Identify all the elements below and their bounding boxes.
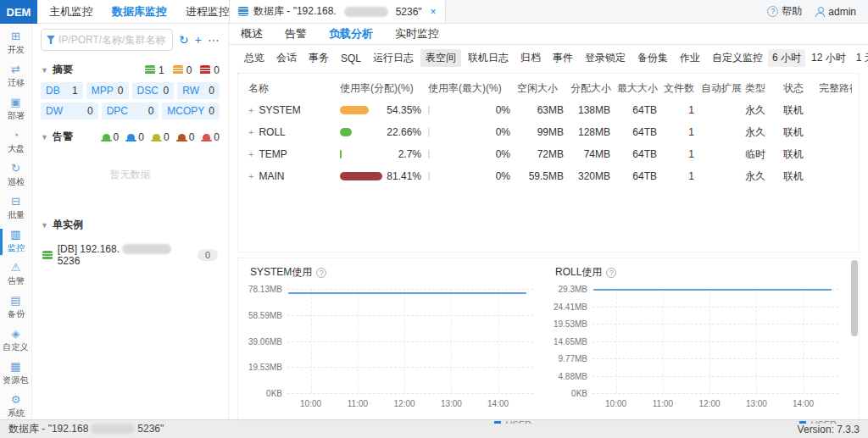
subtab-会话[interactable]: 会话 (271, 49, 302, 67)
add-icon[interactable]: + (195, 34, 202, 46)
top-right-actions: ? 帮助 admin (767, 4, 868, 19)
table-header-row: 名称使用率(分配)(%)使用率(最大)(%)空闲大小分配大小最大大小文件数自动扩… (245, 77, 852, 99)
table-row[interactable]: +MAIN81.41%0%59.5MB320MB64TB1永久联机 (245, 165, 852, 187)
subtab-备份集[interactable]: 备份集 (632, 49, 673, 67)
sidebar-item-dev[interactable]: ⊞开发 (0, 27, 31, 60)
time-range-6 小时[interactable]: 6 小时 (768, 49, 805, 67)
y-axis-tick-label: 39.06MB (248, 336, 282, 346)
subtab-作业[interactable]: 作业 (675, 49, 705, 67)
sidebar-item-system[interactable]: ⚙系统 (0, 391, 31, 424)
database-tab[interactable]: 数据库 - "192.168.5236" × (229, 0, 446, 23)
tab-概述[interactable]: 概述 (241, 26, 263, 42)
alert-section-header[interactable]: ▼ 告警 00000 (41, 130, 220, 144)
database-stack-icon (145, 65, 155, 75)
subtab-归档[interactable]: 归档 (515, 49, 546, 67)
cell-path (815, 121, 852, 143)
instance-alert-badge: 0 (198, 249, 218, 261)
subtab-总览[interactable]: 总览 (239, 49, 270, 67)
alert-level-count: 0 (189, 131, 195, 143)
sidebar-item-label: 大盘 (7, 143, 24, 155)
sidebar-item-label: 批量 (7, 209, 24, 221)
help-link[interactable]: ? 帮助 (767, 4, 802, 19)
time-range-selector: 6 小时12 小时1 天3 天1 周1 月1 年自定义⋯ (768, 49, 868, 67)
sidebar-item-monitor[interactable]: ▥监控 (0, 225, 31, 258)
expand-icon[interactable]: + (248, 171, 253, 181)
subtab-事务[interactable]: 事务 (303, 49, 334, 67)
expand-icon[interactable]: + (248, 149, 253, 159)
time-range-1 天[interactable]: 1 天 (852, 49, 868, 67)
type-pill-rw[interactable]: RW0 (177, 82, 220, 99)
tab-告警[interactable]: 告警 (285, 26, 307, 42)
info-icon[interactable]: ? (316, 268, 326, 278)
alert-level-counts: 00000 (103, 131, 220, 143)
instance-list-item[interactable]: [DB] 192.168.52360 (41, 237, 220, 273)
x-axis-tick-label: 13:00 (746, 399, 767, 408)
cell-file-count: 1 (660, 165, 698, 187)
subtab-事件[interactable]: 事件 (548, 49, 578, 67)
top-nav-tab-进程监控[interactable]: 进程监控 (186, 4, 230, 19)
sidebar-item-label: 自定义 (3, 341, 28, 353)
y-axis-tick-label: 58.59MB (248, 310, 282, 319)
subtab-登录锁定[interactable]: 登录锁定 (580, 49, 631, 67)
instance-section-header[interactable]: ▼ 单实例 (41, 218, 220, 232)
chart-plot-area: 78.13MB58.59MB39.06MB19.53MB0KB10:0011:0… (287, 289, 533, 393)
gridline-v (804, 289, 804, 393)
subtab-自定义监控[interactable]: 自定义监控 (707, 49, 768, 67)
usage-max-bar (428, 128, 430, 136)
gridline-h (593, 393, 838, 394)
top-nav-tab-主机监控[interactable]: 主机监控 (49, 4, 93, 19)
subtab-联机日志[interactable]: 联机日志 (463, 49, 514, 67)
type-pill-dsc[interactable]: DSC0 (132, 82, 175, 99)
table-row[interactable]: +ROLL22.66%0%99MB128MB64TB1永久联机 (245, 121, 852, 143)
y-axis-tick-label: 9.77MB (559, 354, 587, 363)
expand-icon[interactable]: + (248, 127, 253, 137)
chart-title-text: SYSTEM使用 (250, 265, 312, 280)
type-pill-dw[interactable]: DW0 (41, 103, 98, 119)
expand-icon[interactable]: + (248, 105, 253, 115)
summary-section-header[interactable]: ▼ 摘要 100 (41, 63, 220, 77)
sidebar-item-migrate[interactable]: ⇄迁移 (0, 60, 31, 93)
version-label: Version: 7.3.3 (798, 424, 860, 435)
cell-free-size: 59.5MB (514, 165, 567, 187)
user-menu[interactable]: admin (815, 6, 856, 18)
subtab-运行日志[interactable]: 运行日志 (368, 49, 419, 67)
main-content: 概述告警负载分析实时监控 总览会话事务SQL运行日志表空间联机日志归档事件登录锁… (229, 24, 868, 419)
tablespace-table-panel: 名称使用率(分配)(%)使用率(最大)(%)空闲大小分配大小最大大小文件数自动扩… (237, 73, 860, 252)
scrollbar[interactable] (851, 260, 858, 422)
sidebar-item-resource[interactable]: ▦资源包 (0, 358, 31, 391)
sidebar-item-backup[interactable]: ▤备份 (0, 291, 31, 324)
type-pill-mpp[interactable]: MPP0 (86, 82, 129, 99)
x-axis-tick-label: 13:00 (441, 399, 462, 408)
app-window: DEM 主机监控数据库监控进程监控 数据库 - "192.168.5236" ×… (0, 0, 868, 438)
top-nav-tab-数据库监控[interactable]: 数据库监控 (112, 4, 167, 19)
tab-负载分析[interactable]: 负载分析 (329, 26, 373, 42)
app-logo[interactable]: DEM (0, 0, 37, 24)
tab-实时监控[interactable]: 实时监控 (395, 26, 439, 42)
subtab-表空间[interactable]: 表空间 (420, 49, 461, 67)
refresh-icon[interactable]: ↻ (179, 34, 189, 46)
sidebar-item-dashboard[interactable]: ◔大盘 (0, 126, 31, 159)
time-range-12 小时[interactable]: 12 小时 (807, 49, 850, 67)
type-pill-label: DSC (137, 85, 159, 97)
sidebar-item-inspect[interactable]: ↻巡检 (0, 159, 31, 192)
table-row[interactable]: +SYSTEM54.35%0%63MB138MB64TB1永久联机 (245, 99, 852, 121)
cell-auto-extend (698, 99, 742, 121)
scrollbar-thumb[interactable] (851, 260, 858, 336)
type-pill-label: DB (46, 85, 60, 97)
sidebar-item-label: 部署 (7, 110, 24, 122)
info-icon[interactable]: ? (606, 268, 616, 278)
search-input[interactable] (58, 34, 167, 46)
type-pill-db[interactable]: DB1 (41, 82, 83, 99)
sidebar: ⊞开发⇄迁移▣部署◔大盘↻巡检⊟批量▥监控⚠告警▤备份◈自定义▦资源包⚙系统« (0, 24, 32, 419)
subtab-SQL[interactable]: SQL (336, 51, 366, 66)
sidebar-item-custom[interactable]: ◈自定义 (0, 324, 31, 358)
close-icon[interactable]: × (431, 6, 437, 18)
sidebar-item-alert[interactable]: ⚠告警 (0, 258, 31, 291)
more-icon[interactable]: ⋯ (208, 34, 220, 46)
sidebar-item-batch[interactable]: ⊟批量 (0, 192, 31, 225)
type-pill-count: 1 (72, 85, 78, 97)
sidebar-item-deploy[interactable]: ▣部署 (0, 93, 31, 126)
type-pill-dpc[interactable]: DPC0 (102, 103, 159, 119)
type-pill-mcopy[interactable]: MCOPY0 (162, 103, 220, 119)
table-row[interactable]: +TEMP2.7%0%72MB74MB64TB1临时联机 (245, 143, 852, 165)
